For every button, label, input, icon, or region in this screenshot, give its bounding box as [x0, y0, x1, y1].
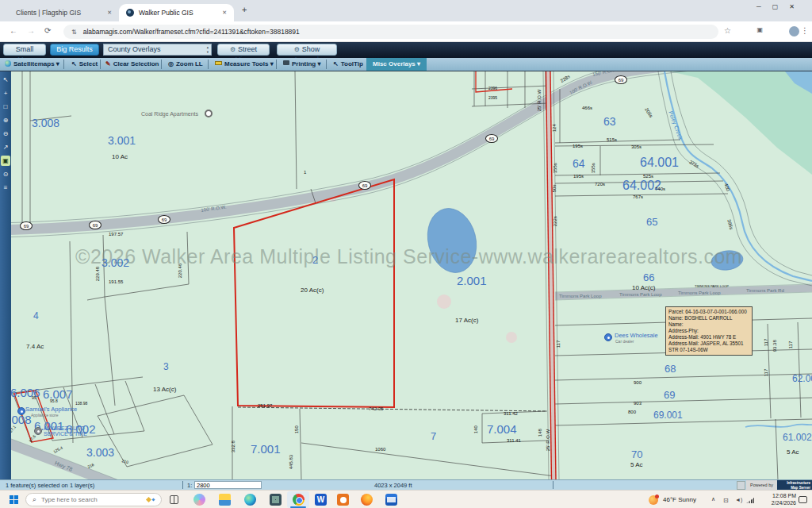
clear-selection-button[interactable]: ✎Clear Selection: [105, 58, 159, 71]
notification-icon[interactable]: [799, 496, 807, 503]
parcel-info-tooltip: Parcel: 64-16-03-07-0-001-066.000Name: B…: [665, 306, 753, 356]
misc-overlays-label: Misc Overlays ▾: [373, 60, 420, 67]
map-label: 311.42: [504, 411, 518, 416]
word-app-icon[interactable]: W: [315, 494, 327, 506]
map-label: Timmons Park Loop: [559, 294, 601, 298]
media-app-icon[interactable]: [337, 494, 349, 506]
map-viewport[interactable]: ©2026 Walker Area Multiple Listing Servi…: [0, 71, 812, 479]
pointer-tool[interactable]: ↖: [1, 75, 10, 85]
map-label: 197.57: [109, 232, 123, 237]
map-label: 800: [628, 410, 636, 414]
window-controls[interactable]: ─▢✕: [756, 3, 806, 10]
identify-tool[interactable]: ▣: [1, 156, 10, 166]
map-label: 68: [665, 364, 676, 375]
taskbar-search[interactable]: ⌕ Type here to search: [25, 493, 162, 506]
gis-toolbar-top: Small Map Big Results County Overlays▴▾ …: [0, 42, 812, 58]
close-window-icon[interactable]: ✕: [789, 3, 806, 10]
zoom-out-tool[interactable]: ⊖: [1, 129, 10, 139]
new-tab-button[interactable]: +: [242, 5, 247, 14]
misc-overlays-menu[interactable]: Misc Overlays ▾: [366, 58, 427, 71]
search-placeholder: Type here to search: [41, 496, 147, 503]
maximize-icon[interactable]: ▢: [772, 3, 790, 10]
parcel-info-line: Address-Mail: JASPER, AL 35501: [668, 341, 749, 347]
tooltip-toggle-button[interactable]: ↖ToolTip: [333, 58, 363, 71]
explorer-app-icon[interactable]: [219, 494, 231, 506]
divider: [100, 60, 101, 69]
zoom-ll-button[interactable]: ◎Zoom LL: [168, 58, 203, 71]
printing-menu[interactable]: Printing ▾: [283, 58, 320, 71]
map-label: 2395: [488, 96, 497, 100]
pan-tool[interactable]: +: [1, 88, 10, 98]
satellitemaps-menu[interactable]: Satellitemaps ▾: [5, 58, 59, 71]
tab-close-icon[interactable]: ✕: [107, 10, 112, 16]
tab-walker-public-gis[interactable]: Walker Public GIS ✕: [119, 4, 234, 21]
zoom-window-tool[interactable]: □: [1, 102, 10, 112]
show-legend-button[interactable]: ⚙Show Legend: [277, 44, 337, 56]
network-icon[interactable]: [746, 498, 754, 503]
reload-icon[interactable]: ⟳: [44, 26, 51, 35]
forward-icon[interactable]: →: [27, 26, 35, 35]
map-label: 155s: [553, 163, 557, 173]
minimize-icon[interactable]: ─: [756, 3, 772, 10]
map-label: 20 Ac(c): [301, 287, 324, 294]
profile-avatar[interactable]: [789, 26, 799, 37]
map-label: 740s: [655, 187, 665, 191]
scale-input[interactable]: [194, 481, 262, 489]
taskbar-clock[interactable]: 12:08 PM2/24/2026: [760, 493, 796, 506]
side-panel-icon[interactable]: ▣: [756, 26, 763, 33]
browser-menu-icon[interactable]: ⋮: [801, 26, 809, 35]
parcel-info-line: Name: BOSHELL CARROLL: [668, 315, 749, 321]
parcel-info-line: Parcel: 64-16-03-07-0-001-066.000: [668, 309, 749, 315]
copilot-app-icon[interactable]: [193, 494, 205, 506]
map-label: 229.48: [95, 267, 100, 281]
zoom-in-tool[interactable]: ⊕: [1, 115, 10, 125]
map-label: 332.8: [231, 441, 236, 452]
chrome-app-icon[interactable]: [293, 494, 304, 506]
magnifier-tool[interactable]: ⊙: [1, 169, 10, 179]
county-overlays-select[interactable]: County Overlays▴▾: [103, 44, 212, 56]
screen: Clients | Flagship GIS ✕ Walker Public G…: [0, 0, 812, 508]
map-label: 222s: [553, 216, 557, 226]
weather-icon[interactable]: [649, 495, 658, 505]
ims-line1: Infrastructure: [787, 481, 810, 485]
select-stepper-icon[interactable]: ▴▾: [207, 45, 209, 54]
measure-tools-menu[interactable]: Measure Tools ▾: [215, 58, 274, 71]
outlook-app-icon[interactable]: [385, 494, 397, 506]
parcel-map-canvas: [0, 71, 812, 479]
map-label: 903: [634, 401, 642, 406]
big-results-button[interactable]: Big Results: [50, 44, 99, 56]
weather-text[interactable]: 46°F Sunny: [663, 496, 696, 503]
site-info-icon[interactable]: ⇅: [71, 29, 77, 36]
bookmark-star-icon[interactable]: ☆: [724, 26, 731, 35]
browser-url-bar: ← → ⟳ ⇅ alabamagis.com/Walker/frameset.c…: [0, 21, 812, 42]
tray-expand-icon[interactable]: ∧: [711, 496, 715, 502]
map-label: 2.001: [457, 275, 487, 287]
parcel-info-line: Address-Mail: 4901 HWY 78 E: [668, 334, 749, 341]
volume-icon[interactable]: ◄): [735, 497, 742, 502]
small-map-button[interactable]: Small Map: [3, 44, 46, 56]
map-label: 220.46: [178, 264, 182, 278]
map-label: 10 Ac(c): [632, 285, 655, 291]
auto-service-marker-icon: [34, 427, 42, 435]
back-icon[interactable]: ←: [10, 26, 17, 35]
firefox-app-icon[interactable]: [361, 494, 373, 506]
route-69-badge: 69: [615, 75, 627, 84]
select-tool-button[interactable]: ↖Select: [71, 58, 98, 71]
map-label: 69: [664, 390, 675, 401]
tab-close-icon[interactable]: ✕: [222, 10, 227, 16]
start-button[interactable]: [10, 495, 18, 504]
cast-icon[interactable]: ⊡: [723, 497, 729, 504]
url-text[interactable]: alabamagis.com/Walker/frameset.cfm?cfid=…: [83, 28, 300, 36]
tab-clients-flagship-gis[interactable]: Clients | Flagship GIS ✕: [8, 4, 119, 21]
edge-app-icon[interactable]: [244, 494, 256, 506]
task-view-button[interactable]: [170, 495, 178, 504]
street-view-button[interactable]: ⚙Street View: [217, 44, 270, 56]
map-label: 17 Ac(c): [455, 318, 478, 324]
route-69-badge: 69: [20, 221, 33, 230]
printer-icon: [283, 60, 289, 65]
map-label: 191.55: [109, 279, 123, 284]
store-app-icon[interactable]: [270, 494, 282, 506]
layers-tool[interactable]: ≡: [1, 183, 10, 193]
address-bar[interactable]: ⇅ alabamagis.com/Walker/frameset.cfm?cfi…: [63, 25, 718, 39]
pan-arrow-tool[interactable]: ↗: [1, 142, 10, 152]
